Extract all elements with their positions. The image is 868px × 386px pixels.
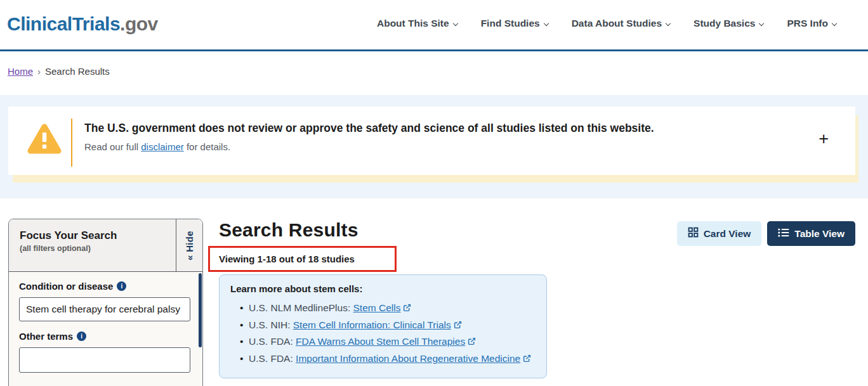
alert-divider [71,119,72,167]
nav-item-label: Study Basics [694,18,755,29]
link-prefix: U.S. FDA: [249,353,296,364]
grid-view-icon [688,227,699,240]
chevron-down-icon [666,20,671,25]
fda-warns-link[interactable]: FDA Warns About Stem Cell Therapies [296,336,465,347]
alert-subtext: Read our full disclaimer for details. [84,141,654,152]
card-view-button[interactable]: Card View [677,221,762,246]
list-view-icon [778,228,789,240]
focus-your-search-panel: Focus Your Search (all filters optional)… [8,219,203,386]
alert-expand-button[interactable]: + [819,131,829,148]
nav-item-data-about-studies[interactable]: Data About Studies [572,18,670,29]
nav-item-prs-info[interactable]: PRS Info [787,18,836,29]
chevron-down-icon [759,20,764,25]
chevron-down-icon [452,20,457,25]
nav-item-label: Find Studies [481,18,540,29]
list-item: U.S. FDA: FDA Warns About Stem Cell Ther… [249,333,536,351]
breadcrumb-separator: › [37,66,41,77]
collapse-left-icon: « [184,255,195,261]
table-view-button[interactable]: Table View [767,221,855,246]
card-view-label: Card View [704,228,751,240]
other-terms-input[interactable] [19,347,190,373]
nav-item-label: About This Site [377,18,449,29]
alert-subtext-suffix: for details. [184,141,230,152]
info-icon[interactable]: i [117,281,126,291]
breadcrumb: Home›Search Results [0,51,868,95]
link-prefix: U.S. NLM MedlinePlus: [249,302,353,313]
sidebar-body: Condition or diseasei Other termsi [9,272,202,373]
sidebar-header: Focus Your Search (all filters optional)… [9,219,202,272]
site-header: ClinicalTrials.gov About This Site Find … [0,0,868,51]
hide-button-label: Hide [184,231,195,252]
chevron-down-icon [543,20,548,25]
other-terms-field-label: Other termsi [19,331,192,342]
learn-more-title: Learn more about stem cells: [230,283,536,294]
external-link-icon [403,303,411,314]
link-prefix: U.S. FDA: [249,336,296,347]
site-logo[interactable]: ClinicalTrials.gov [7,13,158,35]
nav-item-about-this-site[interactable]: About This Site [377,18,457,29]
condition-field-label: Condition or diseasei [19,281,192,292]
chevron-down-icon [832,20,837,25]
external-link-icon [468,337,476,347]
info-icon[interactable]: i [77,331,86,341]
page-title: Search Results [219,219,358,241]
learn-more-list: U.S. NLM MedlinePlus: Stem Cells U.S. NI… [230,300,536,367]
alert-subtext-prefix: Read our full [84,141,141,152]
logo-primary: ClinicalTrials [7,13,120,34]
main-content: Focus Your Search (all filters optional)… [0,198,868,386]
breadcrumb-home-link[interactable]: Home [8,66,33,77]
learn-more-box: Learn more about stem cells: U.S. NLM Me… [219,274,547,378]
nav-item-label: PRS Info [787,18,828,29]
stem-cells-link[interactable]: Stem Cells [353,302,401,313]
annotation-highlight-box: Viewing 1-18 out of 18 studies [208,246,397,272]
list-item: U.S. NIH: Stem Cell Information: Clinica… [249,317,536,334]
nav-item-label: Data About Studies [572,18,662,29]
sidebar-title: Focus Your Search [20,229,176,242]
results-count-text: Viewing 1-18 out of 18 studies [210,248,395,264]
list-item: U.S. FDA: Important Information About Re… [249,351,536,368]
sidebar-subtitle: (all filters optional) [20,244,176,253]
condition-input[interactable] [19,297,190,321]
logo-suffix: .gov [120,13,158,34]
stem-cell-information-link[interactable]: Stem Cell Information: Clinical Trials [293,319,451,330]
breadcrumb-current: Search Results [45,66,110,77]
regenerative-medicine-link[interactable]: Important Information About Regenerative… [296,353,520,364]
view-toggle: Card View Table View [677,221,855,246]
warning-triangle-icon [26,122,63,175]
alert-heading: The U.S. government does not review or a… [84,122,654,135]
nav-item-find-studies[interactable]: Find Studies [481,18,548,29]
disclaimer-link[interactable]: disclaimer [141,141,184,152]
alert-section: The U.S. government does not review or a… [0,95,868,198]
hide-filters-button[interactable]: « Hide [176,219,202,271]
link-prefix: U.S. NIH: [249,319,293,330]
external-link-icon [523,354,531,364]
government-disclaimer-alert: The U.S. government does not review or a… [8,106,855,175]
external-link-icon [454,320,462,331]
table-view-label: Table View [794,228,845,240]
list-item: U.S. NLM MedlinePlus: Stem Cells [249,300,536,317]
main-nav: About This Site Find Studies Data About … [377,18,836,29]
sidebar-scrollbar-thumb[interactable] [199,273,202,347]
nav-item-study-basics[interactable]: Study Basics [694,18,763,29]
